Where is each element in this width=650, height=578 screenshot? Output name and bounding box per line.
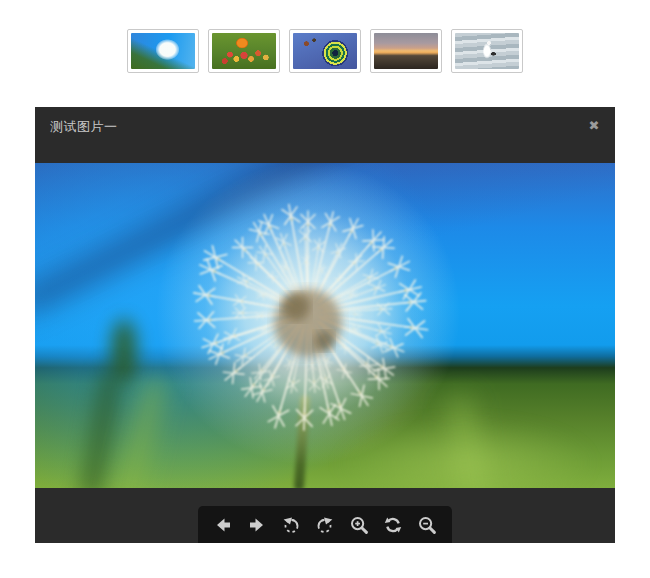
blurred-bud-stem <box>82 369 120 488</box>
main-image[interactable] <box>35 163 615 488</box>
thumbnail-seagull[interactable] <box>451 29 523 73</box>
viewer-header: 测试图片一 ✖ <box>35 107 615 163</box>
viewer-title: 测试图片一 <box>50 118 118 136</box>
refresh-icon <box>383 515 403 535</box>
dandelion-graphic <box>148 163 468 473</box>
rotate-right-icon <box>315 515 335 535</box>
arrow-right-icon <box>247 515 267 535</box>
close-button[interactable]: ✖ <box>582 114 606 138</box>
refresh-button[interactable] <box>381 513 405 537</box>
rotate-left-icon <box>281 515 301 535</box>
seagull-thumb-image <box>455 33 519 69</box>
arrow-left-icon <box>213 515 233 535</box>
next-button[interactable] <box>245 513 269 537</box>
thumbnail-balloons[interactable] <box>289 29 361 73</box>
thumbnail-bar <box>0 29 650 73</box>
balloons-thumb-image <box>293 33 357 69</box>
image-viewer-modal: 测试图片一 ✖ <box>35 107 615 543</box>
viewer-toolbar <box>198 506 452 543</box>
sunset-road-thumb-image <box>374 33 438 69</box>
zoom-out-icon <box>417 515 437 535</box>
prev-button[interactable] <box>211 513 235 537</box>
thumbnail-dandelion[interactable] <box>127 29 199 73</box>
dandelion-thumb-image <box>131 33 195 69</box>
zoom-out-button[interactable] <box>415 513 439 537</box>
thumbnail-sunset-road[interactable] <box>370 29 442 73</box>
rotate-right-button[interactable] <box>313 513 337 537</box>
close-icon: ✖ <box>589 118 600 133</box>
thumbnail-pumpkins[interactable] <box>208 29 280 73</box>
pumpkins-thumb-image <box>212 33 276 69</box>
rotate-left-button[interactable] <box>279 513 303 537</box>
zoom-in-button[interactable] <box>347 513 371 537</box>
zoom-in-icon <box>349 515 369 535</box>
